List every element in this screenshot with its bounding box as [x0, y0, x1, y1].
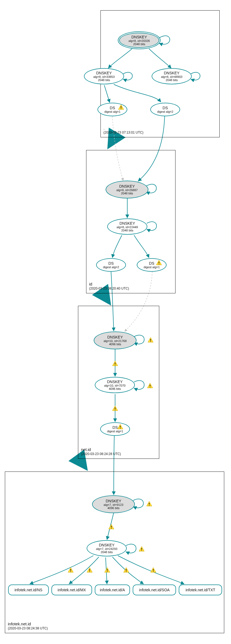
node-title: DNSKEY	[106, 499, 121, 503]
node-title: DNSKEY	[131, 35, 147, 39]
node-netid-zsk[interactable]: DNSKEY alg=10, id=7070 4096 bits	[95, 377, 135, 393]
zone-id-ts: (2020-03-23 08:20:40 UTC)	[89, 287, 129, 291]
node-title: DS	[108, 261, 113, 265]
node-line2: alg=7, id=24293	[96, 547, 118, 550]
node-netid-ksk[interactable]: DNSKEY alg=10, id=21768 4096 bits	[94, 331, 136, 349]
node-title: DNSKEY	[164, 71, 180, 75]
zone-netid-name: net.id	[81, 447, 121, 452]
node-line2: alg=8, id=48903	[161, 75, 183, 78]
node-line2: alg=8, id=20326	[129, 39, 150, 42]
node-line3: 2048 bits	[101, 550, 113, 554]
node-infotek-zsk[interactable]: DNSKEY alg=7, id=24293 2048 bits	[87, 540, 127, 556]
node-line3: 2048 bits	[133, 42, 145, 46]
node-title: DS	[112, 425, 118, 430]
node-line2: digest alg=1	[107, 430, 123, 433]
node-id-ds2[interactable]: DS digest alg=1	[137, 258, 167, 272]
node-root-ksk[interactable]: DNSKEY alg=8, id=20326 2048 bits	[118, 31, 161, 49]
node-line2: alg=10, id=7070	[104, 384, 126, 387]
node-line3: 2048 bits	[121, 229, 134, 232]
node-line2: digest alg=2	[157, 110, 173, 113]
leaf-mx[interactable]: infotek.net.id/MX	[51, 585, 92, 595]
leaf-a[interactable]: infotek.net.id/A	[95, 585, 130, 595]
node-root-ds1[interactable]: DS digest alg=1	[97, 103, 127, 116]
node-title: DS	[149, 261, 154, 265]
node-id-ds1[interactable]: DS digest alg=2	[96, 258, 126, 272]
zone-netid-ts: (2020-03-23 08:24:28 UTC)	[81, 452, 121, 456]
node-line2: digest alg=1	[144, 265, 160, 269]
node-title: DNSKEY	[96, 71, 112, 75]
node-title: DNSKEY	[99, 543, 115, 547]
zone-infotek-label: infotek.net.id (2020-03-23 08:24:38 UTC)	[8, 621, 48, 631]
node-line2: alg=8, id=22449	[117, 225, 138, 229]
node-id-zsk[interactable]: DNSKEY alg=8, id=22449 2048 bits	[107, 218, 147, 235]
node-root-zsk1[interactable]: DNSKEY alg=8, id=33853 2048 bits	[84, 68, 124, 84]
node-title: DNSKEY	[119, 221, 135, 225]
node-line3: 4096 bits	[109, 387, 121, 390]
leaf-soa[interactable]: infotek.net.id/SOA	[133, 585, 176, 595]
node-title: DNSKEY	[119, 184, 135, 188]
zone-infotek-ts: (2020-03-23 08:24:38 UTC)	[8, 626, 48, 631]
dnssec-graph: . (2020-03-23 07:13:01 UTC) id (2020-03-…	[0, 0, 231, 644]
zone-root-ts: (2020-03-23 07:13:01 UTC)	[103, 131, 143, 135]
node-line3: 4096 bits	[108, 506, 120, 510]
leaf-ns[interactable]: infotek.net.id/NS	[8, 585, 49, 595]
node-line2: alg=8, id=26887	[116, 188, 138, 192]
node-title: DNSKEY	[107, 380, 123, 384]
node-line2: digest alg=1	[104, 110, 121, 113]
leaf-txt[interactable]: infotek.net.id/TXT	[179, 585, 222, 595]
node-title: DS	[110, 106, 115, 110]
node-line3: 4096 bits	[109, 343, 121, 346]
node-line2: alg=7, id=9123	[104, 503, 123, 506]
node-line2: alg=10, id=21768	[103, 339, 126, 343]
zone-infotek-name: infotek.net.id	[8, 621, 48, 627]
node-title: DS	[162, 106, 168, 110]
node-infotek-ksk[interactable]: DNSKEY alg=7, id=9123 4096 bits	[92, 495, 135, 513]
node-line2: digest alg=2	[103, 265, 119, 269]
node-netid-ds[interactable]: DS digest alg=1	[100, 422, 130, 436]
node-line3: 2048 bits	[166, 78, 178, 82]
node-root-zsk2[interactable]: DNSKEY alg=8, id=48903 2048 bits	[152, 68, 192, 84]
zone-root-name: .	[103, 125, 143, 131]
node-root-ds2[interactable]: DS digest alg=2	[150, 103, 180, 116]
node-line2: alg=8, id=33853	[93, 75, 115, 78]
node-id-ksk[interactable]: DNSKEY alg=8, id=26887 2048 bits	[106, 181, 148, 198]
node-line3: 2048 bits	[121, 192, 133, 195]
node-title: DNSKEY	[107, 335, 123, 339]
zone-id-name: id	[89, 281, 129, 287]
node-line3: 2048 bits	[98, 78, 110, 82]
zone-id-label: id (2020-03-23 08:20:40 UTC)	[89, 281, 129, 291]
zone-root-label: . (2020-03-23 07:13:01 UTC)	[103, 125, 143, 135]
zone-netid-label: net.id (2020-03-23 08:24:28 UTC)	[81, 447, 121, 456]
